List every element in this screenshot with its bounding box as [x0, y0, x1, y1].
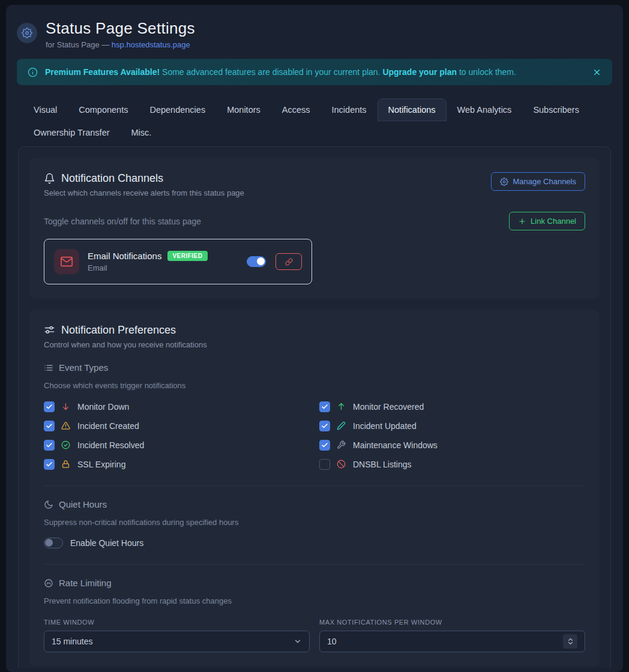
- page-title: Status Page Settings: [46, 19, 195, 38]
- checkbox[interactable]: [44, 421, 55, 431]
- plus-icon: [518, 217, 526, 226]
- event-maintenance-windows[interactable]: Maintenance Windows: [319, 439, 585, 451]
- banner-bold: Premium Features Available!: [45, 67, 160, 77]
- quiet-hours-title: Quiet Hours: [59, 499, 107, 509]
- moon-icon: [44, 500, 53, 509]
- tab-access[interactable]: Access: [271, 98, 321, 121]
- quiet-hours-subtitle: Suppress non-critical notifications duri…: [44, 518, 585, 527]
- tab-misc[interactable]: Misc.: [121, 121, 163, 144]
- quiet-hours-toggle-label: Enable Quiet Hours: [70, 538, 143, 548]
- page-subtitle: for Status Page — hsp.hostedstatus.page: [46, 40, 195, 49]
- event-label: DNSBL Listings: [353, 460, 412, 469]
- event-types-heading: Event Types: [44, 362, 585, 373]
- checkbox[interactable]: [319, 421, 330, 431]
- sliders-icon: [44, 325, 55, 336]
- checkbox[interactable]: [319, 459, 330, 470]
- event-incident-resolved[interactable]: Incident Resolved: [44, 439, 310, 451]
- email-channel-card: Email Notifications VERIFIED Email: [44, 239, 312, 284]
- toggle-channels-hint: Toggle channels on/off for this status p…: [44, 217, 201, 226]
- channel-name: Email Notifications: [88, 251, 161, 261]
- ban-icon: [337, 460, 346, 469]
- tab-subscribers[interactable]: Subscribers: [522, 98, 590, 121]
- lock-icon: [61, 460, 71, 469]
- email-channel-toggle[interactable]: [247, 256, 266, 267]
- unlink-channel-button[interactable]: [275, 253, 302, 270]
- tab-visual[interactable]: Visual: [23, 98, 68, 121]
- divider: [44, 485, 585, 486]
- checkbox[interactable]: [44, 401, 55, 412]
- verified-badge: VERIFIED: [167, 251, 207, 261]
- channels-section-title: Notification Channels: [61, 172, 163, 185]
- tab-monitors[interactable]: Monitors: [216, 98, 271, 121]
- settings-tabs: Visual Components Dependencies Monitors …: [17, 98, 612, 144]
- quiet-hours-heading: Quiet Hours: [44, 499, 585, 509]
- checkbox[interactable]: [44, 440, 55, 451]
- tools-icon: [337, 440, 346, 449]
- status-page-link[interactable]: hsp.hostedstatus.page: [112, 40, 190, 49]
- event-label: SSL Expiring: [77, 460, 125, 469]
- banner-suffix: to unlock them.: [457, 67, 516, 77]
- tab-ownership-transfer[interactable]: Ownership Transfer: [23, 121, 121, 144]
- event-dnsbl-listings[interactable]: DNSBL Listings: [319, 458, 585, 470]
- rate-limiting-heading: Rate Limiting: [44, 578, 585, 588]
- event-monitor-recovered[interactable]: Monitor Recovered: [319, 401, 585, 412]
- upgrade-plan-link[interactable]: Upgrade your plan: [382, 67, 457, 77]
- list-icon: [44, 363, 53, 373]
- max-notifications-input[interactable]: 10: [319, 631, 585, 652]
- notifications-panel: Notification Channels Select which chann…: [18, 146, 611, 668]
- link-icon: [285, 258, 293, 266]
- checkbox[interactable]: [319, 401, 330, 412]
- subtitle-text: for Status Page —: [46, 40, 112, 49]
- toggle-knob: [257, 257, 265, 265]
- event-label: Maintenance Windows: [353, 440, 438, 450]
- email-icon: [54, 249, 79, 274]
- link-channel-label: Link Channel: [531, 217, 576, 226]
- tab-dependencies[interactable]: Dependencies: [139, 98, 216, 121]
- tab-incidents[interactable]: Incidents: [321, 98, 378, 121]
- banner-body: Some advanced features are disabled in y…: [160, 67, 382, 77]
- time-window-label: TIME WINDOW: [44, 619, 310, 626]
- gear-icon: [500, 178, 508, 186]
- close-icon[interactable]: [592, 68, 601, 77]
- chevron-down-icon: [293, 637, 302, 646]
- notification-preferences-section: Notification Preferences Control when an…: [29, 310, 600, 667]
- manage-channels-button[interactable]: Manage Channels: [491, 172, 585, 191]
- arrow-up-icon: [337, 402, 346, 411]
- number-stepper[interactable]: [563, 634, 577, 649]
- notification-channels-section: Notification Channels Select which chann…: [29, 158, 600, 299]
- checkbox[interactable]: [319, 440, 330, 451]
- channels-section-subtitle: Select which channels receive alerts fro…: [44, 188, 244, 197]
- tab-components[interactable]: Components: [68, 98, 139, 121]
- preferences-subtitle: Control when and how you receive notific…: [44, 340, 585, 349]
- event-label: Monitor Recovered: [353, 402, 424, 412]
- event-incident-created[interactable]: Incident Created: [44, 420, 310, 431]
- rate-limiting-subtitle: Prevent notification flooding from rapid…: [44, 596, 585, 605]
- max-notifications-value: 10: [327, 637, 337, 646]
- channel-type: Email: [88, 263, 208, 272]
- event-monitor-down[interactable]: Monitor Down: [44, 401, 310, 412]
- tab-notifications[interactable]: Notifications: [378, 98, 447, 121]
- tab-web-analytics[interactable]: Web Analytics: [447, 98, 523, 121]
- pencil-icon: [337, 421, 346, 430]
- premium-banner: Premium Features Available! Some advance…: [17, 59, 612, 85]
- channels-section-title-row: Notification Channels: [44, 172, 244, 185]
- quiet-hours-toggle[interactable]: [44, 538, 63, 548]
- event-types-subtitle: Choose which events trigger notification…: [44, 381, 585, 390]
- time-window-value: 15 minutes: [52, 637, 92, 646]
- event-ssl-expiring[interactable]: SSL Expiring: [44, 458, 310, 470]
- time-window-select[interactable]: 15 minutes: [44, 631, 310, 652]
- checkbox[interactable]: [44, 459, 55, 470]
- settings-window: Status Page Settings for Status Page — h…: [6, 5, 623, 672]
- event-incident-updated[interactable]: Incident Updated: [319, 420, 585, 431]
- manage-channels-label: Manage Channels: [513, 177, 576, 186]
- page-header: Status Page Settings for Status Page — h…: [17, 19, 612, 49]
- gear-icon: [17, 23, 37, 43]
- preferences-title-row: Notification Preferences: [44, 324, 585, 337]
- event-label: Incident Resolved: [77, 440, 144, 450]
- preferences-title: Notification Preferences: [61, 324, 176, 337]
- event-label: Incident Created: [77, 421, 139, 431]
- rate-limiting-title: Rate Limiting: [59, 578, 112, 588]
- link-channel-button[interactable]: Link Channel: [509, 212, 585, 230]
- event-label: Monitor Down: [77, 402, 129, 412]
- arrow-down-icon: [61, 402, 71, 411]
